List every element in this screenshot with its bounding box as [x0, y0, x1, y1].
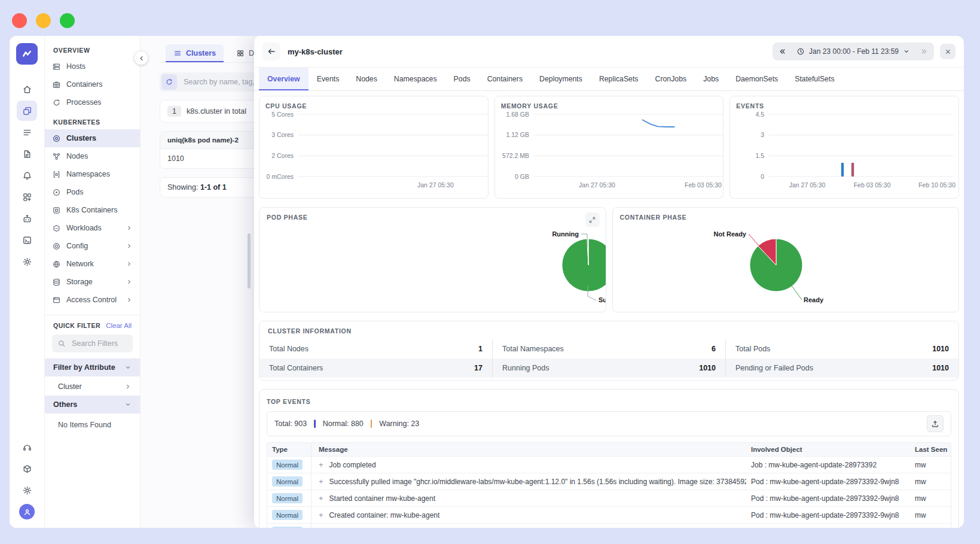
filter-search-field[interactable] — [52, 335, 133, 352]
sidebar-item-config[interactable]: Config — [45, 237, 140, 255]
detail-tab-daemonsets[interactable]: DaemonSets — [727, 68, 786, 90]
chevron-right-icon — [124, 383, 132, 390]
time-range-prev-button[interactable] — [774, 44, 790, 59]
sidebar-item-hosts[interactable]: Hosts — [45, 57, 140, 75]
user-avatar[interactable] — [19, 504, 35, 519]
rail-infrastructure-button[interactable] — [17, 122, 37, 142]
sidebar-item-processes[interactable]: Processes — [45, 93, 140, 111]
cluster-info-cell: Total Containers17 — [259, 358, 492, 378]
rail-ai-assistant-button[interactable] — [17, 208, 37, 229]
minimize-window-button[interactable] — [36, 13, 51, 28]
list-icon — [173, 49, 182, 57]
detail-tab-namespaces[interactable]: Namespaces — [386, 68, 445, 90]
rail-gear-button[interactable] — [17, 251, 37, 272]
filter-search-input[interactable] — [71, 339, 133, 348]
pie-label: Succeeded — [599, 296, 606, 303]
expand-row-icon[interactable]: + — [319, 527, 323, 528]
nav-sidebar: OVERVIEWHostsContainersProcessesKUBERNET… — [45, 36, 141, 528]
sidebar-item-storage[interactable]: Storage — [45, 273, 140, 291]
events-column-header[interactable]: Message — [312, 443, 746, 456]
close-panel-button[interactable] — [940, 44, 955, 59]
back-button[interactable] — [262, 42, 280, 60]
rail-home-button[interactable] — [17, 79, 37, 99]
chevron-down-icon — [903, 48, 910, 55]
sidebar-item-nodes[interactable]: Nodes — [45, 147, 140, 165]
rail-gear-button[interactable] — [17, 480, 37, 500]
sidebar-item-network[interactable]: Network — [45, 255, 140, 273]
rail-logs-button[interactable] — [17, 144, 37, 164]
expand-row-icon[interactable]: + — [319, 477, 323, 486]
detail-tab-events[interactable]: Events — [309, 68, 348, 90]
svg-text:1.68 GB: 1.68 GB — [506, 111, 529, 118]
clusters-tab-clusters[interactable]: Clusters — [166, 44, 224, 62]
expand-row-icon[interactable]: + — [319, 460, 323, 469]
search-icon — [57, 339, 66, 348]
rail-apm-button[interactable] — [17, 230, 37, 250]
events-column-header[interactable]: Involved Object — [746, 443, 910, 456]
rail-support-button[interactable] — [17, 437, 37, 457]
event-last-seen: mw — [910, 458, 951, 472]
detail-tab-containers[interactable]: Containers — [479, 68, 531, 90]
event-message: Started container mw-kube-agent — [329, 494, 435, 503]
time-range-control: Jan 23 00:00 - Feb 11 23:59 — [773, 42, 934, 60]
time-range-picker[interactable]: Jan 23 00:00 - Feb 11 23:59 — [791, 44, 915, 59]
info-label: Total Namespaces — [502, 345, 564, 353]
expand-row-icon[interactable]: + — [319, 510, 323, 519]
logo-wave-icon — [21, 48, 33, 60]
sidebar-section-header: OVERVIEW — [45, 39, 140, 57]
detail-tab-overview[interactable]: Overview — [259, 68, 309, 90]
pie-slice-running[interactable] — [562, 239, 606, 291]
cluster-count-text: k8s.cluster in total — [187, 107, 246, 116]
sidebar-divider — [45, 315, 140, 315]
sidebar-item-pods[interactable]: Pods — [45, 183, 140, 201]
quick-filter-filter-by-attribute[interactable]: Filter by Attribute — [45, 358, 140, 376]
storage-icon — [52, 278, 61, 287]
sidebar-item-namespaces[interactable]: Namespaces — [45, 165, 140, 183]
detail-tab-replicasets[interactable]: ReplicaSets — [591, 68, 647, 90]
midpanel-scrollbar[interactable] — [248, 233, 251, 288]
maximize-window-button[interactable] — [60, 13, 75, 28]
chevron-left-icon — [138, 54, 145, 62]
search-sync-chip — [161, 74, 177, 90]
gear-icon — [22, 257, 32, 267]
time-range-next-button[interactable] — [917, 44, 932, 59]
expand-chart-button[interactable] — [585, 212, 600, 227]
sidebar-item-containers[interactable]: Containers — [45, 75, 140, 93]
sidebar-item-access-control[interactable]: Access Control — [45, 291, 140, 309]
svg-text:Feb 03 05:30: Feb 03 05:30 — [854, 181, 891, 189]
detail-tab-deployments[interactable]: Deployments — [531, 68, 591, 90]
clear-all-link[interactable]: Clear All — [106, 322, 132, 329]
access-control-icon — [52, 296, 61, 305]
sidebar-item-workloads[interactable]: Workloads — [45, 219, 140, 237]
rail-dashboards-button[interactable] — [17, 187, 37, 207]
event-type-badge: Normal — [272, 510, 303, 520]
sidebar-item-clusters[interactable]: Clusters — [45, 129, 140, 147]
quick-filter-cluster[interactable]: Cluster — [45, 378, 140, 396]
close-window-button[interactable] — [12, 13, 27, 28]
sidebar-item-label: Namespaces — [66, 170, 110, 178]
detail-tab-statefulsets[interactable]: StatefulSets — [786, 68, 842, 90]
showing-label: Showing: — [167, 183, 198, 192]
detail-tab-nodes[interactable]: Nodes — [347, 68, 386, 90]
detail-tab-jobs[interactable]: Jobs — [695, 68, 727, 90]
events-stats-bar: Total: 903 Normal: 880 Warning: 23 — [267, 411, 951, 436]
rail-kubernetes-button[interactable] — [17, 101, 37, 121]
middleware-logo[interactable] — [16, 43, 38, 65]
export-events-button[interactable] — [927, 415, 944, 432]
sidebar-collapse-button[interactable] — [135, 51, 148, 65]
rail-alerts-button[interactable] — [17, 165, 37, 186]
events-column-header[interactable]: Type — [267, 443, 312, 456]
chevron-right-icon — [126, 296, 133, 303]
sidebar-item-k8s-containers[interactable]: K8s Containers — [45, 201, 140, 219]
event-last-seen: mw — [910, 475, 951, 489]
detail-tab-pods[interactable]: Pods — [445, 68, 479, 90]
expand-row-icon[interactable]: + — [319, 494, 323, 503]
expand-icon — [588, 216, 596, 224]
user-icon — [23, 507, 32, 516]
event-message: Job completed — [329, 461, 376, 469]
rail-integrations-button[interactable] — [17, 458, 37, 479]
quick-filter-others[interactable]: Others — [45, 396, 140, 414]
detail-tab-cronjobs[interactable]: CronJobs — [647, 68, 695, 90]
events-column-header[interactable]: Last Seen — [910, 443, 951, 456]
info-value: 1010 — [932, 364, 949, 372]
